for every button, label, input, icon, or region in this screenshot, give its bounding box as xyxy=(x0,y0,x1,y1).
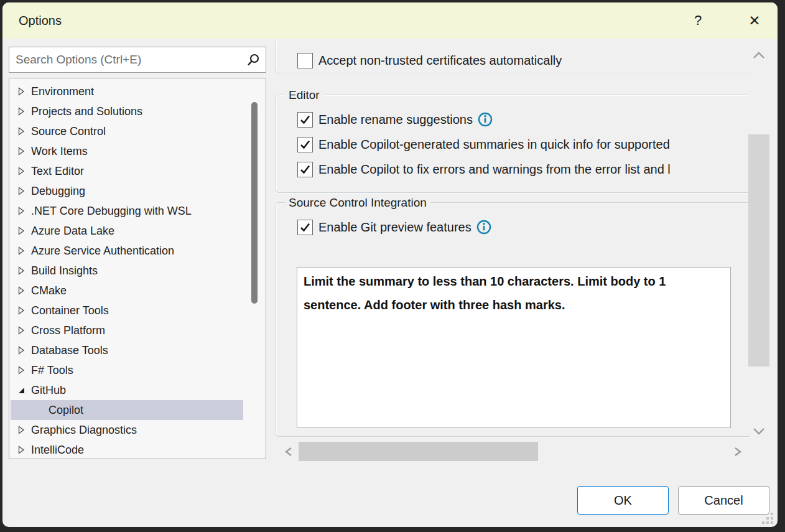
search-input[interactable] xyxy=(9,47,241,72)
scroll-left-icon[interactable] xyxy=(284,447,293,457)
tree-item-azure-data-lake[interactable]: Azure Data Lake xyxy=(11,221,243,241)
info-icon[interactable] xyxy=(476,220,491,235)
expanded-arrow-icon[interactable] xyxy=(17,386,26,394)
accept-certificates-label: Accept non-trusted certificates automati… xyxy=(318,54,562,68)
ok-button[interactable]: OK xyxy=(577,486,669,515)
collapsed-arrow-icon[interactable] xyxy=(17,286,26,295)
checkmark-icon xyxy=(299,139,311,151)
git-preview-features-label: Enable Git preview features xyxy=(318,220,471,235)
collapsed-arrow-icon[interactable] xyxy=(17,167,26,175)
tree-item-label: Debugging xyxy=(31,185,85,198)
enable-rename-suggestions-checkbox[interactable] xyxy=(297,112,313,128)
collapsed-arrow-icon[interactable] xyxy=(17,187,26,195)
tree-item-label: Text Editor xyxy=(31,165,84,178)
collapsed-arrow-icon[interactable] xyxy=(17,147,26,156)
vertical-scrollbar-thumb[interactable] xyxy=(748,134,769,366)
tree-item-label: Projects and Solutions xyxy=(31,105,142,118)
tree-item-cmake[interactable]: CMake xyxy=(11,281,243,301)
enable-rename-suggestions-label: Enable rename suggestions xyxy=(318,113,473,127)
collapsed-arrow-icon[interactable] xyxy=(17,306,26,315)
horizontal-scrollbar[interactable] xyxy=(281,442,746,461)
tree-item-label: Copilot xyxy=(49,404,83,417)
scroll-down-icon[interactable] xyxy=(753,427,765,436)
tree-item-label: Graphics Diagnostics xyxy=(31,424,137,437)
collapsed-arrow-icon[interactable] xyxy=(17,346,26,355)
tree-item-intellicode[interactable]: IntelliCode xyxy=(11,440,243,459)
options-tree: EnvironmentProjects and SolutionsSource … xyxy=(9,78,266,459)
git-preview-features-checkbox[interactable] xyxy=(297,220,313,235)
collapsed-arrow-icon[interactable] xyxy=(17,87,26,96)
options-dialog: Options ? ✕ EnvironmentProjects and Solu… xyxy=(2,2,778,527)
resize-grip-icon[interactable] xyxy=(762,513,773,524)
copilot-fix-errors-checkbox[interactable] xyxy=(297,162,313,177)
search-icon[interactable] xyxy=(246,53,261,68)
tree-scrollbar-thumb[interactable] xyxy=(251,102,258,304)
tree-item-label: Cross Platform xyxy=(31,324,105,337)
copilot-summaries-checkbox[interactable] xyxy=(297,137,313,152)
cancel-button[interactable]: Cancel xyxy=(678,486,769,515)
collapsed-arrow-icon[interactable] xyxy=(17,426,26,434)
tree-item-graphics-diagnostics[interactable]: Graphics Diagnostics xyxy=(11,420,243,440)
tree-item-label: CMake xyxy=(31,284,67,297)
tree-item-label: Source Control xyxy=(31,125,106,138)
copilot-summaries-label: Enable Copilot-generated summaries in qu… xyxy=(318,138,670,152)
tree-item-label: Environment xyxy=(31,85,94,98)
dialog-title: Options xyxy=(19,2,62,39)
help-button[interactable]: ? xyxy=(684,2,712,39)
editor-group-title: Editor xyxy=(285,87,323,103)
accept-certificates-checkbox[interactable] xyxy=(297,53,313,68)
tree-item-label: IntelliCode xyxy=(31,444,84,457)
tree-item-label: Azure Data Lake xyxy=(31,225,114,238)
tree-item-container-tools[interactable]: Container Tools xyxy=(11,301,243,320)
tree-item-source-control[interactable]: Source Control xyxy=(11,121,243,141)
tree-item-azure-service-authentication[interactable]: Azure Service Authentication xyxy=(11,241,243,261)
tree-item-cross-platform[interactable]: Cross Platform xyxy=(11,320,243,340)
tree-item-label: Work Items xyxy=(31,145,88,158)
tree-item-label: GitHub xyxy=(31,384,66,397)
scroll-right-icon[interactable] xyxy=(733,447,742,457)
info-icon[interactable] xyxy=(478,112,493,127)
tree-item-github[interactable]: GitHub xyxy=(11,380,243,400)
tree-item-debugging[interactable]: Debugging xyxy=(11,181,243,201)
collapsed-arrow-icon[interactable] xyxy=(17,226,26,235)
close-button[interactable]: ✕ xyxy=(740,2,769,39)
collapsed-arrow-icon[interactable] xyxy=(17,326,26,335)
checkmark-icon xyxy=(299,222,311,233)
certificates-group: Accept non-trusted certificates automati… xyxy=(276,41,750,73)
tree-item-label: Container Tools xyxy=(31,304,109,317)
tree-item-net-core-debugging-with-wsl[interactable]: .NET Core Debugging with WSL xyxy=(11,201,243,221)
tree-item-copilot[interactable]: Copilot xyxy=(11,400,243,420)
tree-item-projects-and-solutions[interactable]: Projects and Solutions xyxy=(11,101,243,121)
tree-item-label: Build Insights xyxy=(31,264,98,278)
copilot-fix-errors-label: Enable Copilot to fix errors and warning… xyxy=(318,162,671,177)
collapsed-arrow-icon[interactable] xyxy=(17,246,26,255)
titlebar[interactable]: Options ? ✕ xyxy=(2,2,778,39)
collapsed-arrow-icon[interactable] xyxy=(17,127,26,136)
vertical-scrollbar[interactable] xyxy=(748,41,769,446)
tree-item-environment[interactable]: Environment xyxy=(11,82,243,101)
tree-item-label: Database Tools xyxy=(31,344,108,357)
horizontal-scrollbar-thumb[interactable] xyxy=(299,442,538,461)
source-control-group-title: Source Control Integration xyxy=(285,195,430,211)
desktop-background: Options ? ✕ EnvironmentProjects and Solu… xyxy=(0,0,785,532)
collapsed-arrow-icon[interactable] xyxy=(17,266,26,275)
tree-item-label: .NET Core Debugging with WSL xyxy=(31,205,192,218)
settings-panel: Accept non-trusted certificates automati… xyxy=(276,41,750,444)
collapsed-arrow-icon[interactable] xyxy=(17,366,26,375)
tree-item-build-insights[interactable]: Build Insights xyxy=(11,261,243,281)
scroll-up-icon[interactable] xyxy=(753,51,765,60)
search-box xyxy=(9,47,266,73)
tree-item-text-editor[interactable]: Text Editor xyxy=(11,161,243,181)
collapsed-arrow-icon[interactable] xyxy=(17,446,26,454)
collapsed-arrow-icon[interactable] xyxy=(17,207,26,215)
tree-item-work-items[interactable]: Work Items xyxy=(11,141,243,161)
tree-item-label: F# Tools xyxy=(31,364,73,377)
tree-item-label: Azure Service Authentication xyxy=(31,245,174,258)
editor-group: Editor Enable rename suggestions xyxy=(276,95,750,193)
collapsed-arrow-icon[interactable] xyxy=(17,107,26,116)
checkmark-icon xyxy=(299,114,311,126)
checkmark-icon xyxy=(299,164,311,175)
tree-item-f-tools[interactable]: F# Tools xyxy=(11,360,243,380)
commit-instructions-textarea[interactable]: Limit the summary to less than 10 charac… xyxy=(297,267,731,428)
tree-item-database-tools[interactable]: Database Tools xyxy=(11,340,243,360)
